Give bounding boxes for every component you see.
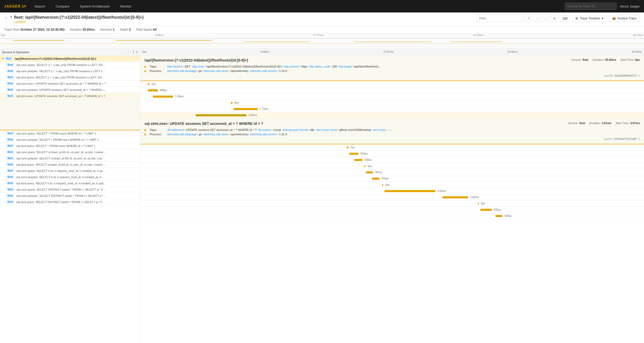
span-op-s2: sql.conn.query: SELECT s.*, u.api_only F… (16, 63, 107, 66)
span-bar-s16[interactable]: 1.82ms (140, 194, 644, 200)
trace-controls: ? ↑ ↓ ✕ ⌨ ⊞ Trace Timeline ▾ 📦 Archive T… (476, 15, 640, 22)
span-op-s19: sql.stmt.query: SELECT DISTINCT packs.* … (16, 200, 107, 204)
process-label-2: Process: (150, 133, 165, 136)
span-bar-s11[interactable]: 2µs (140, 163, 644, 169)
expand-icon-group[interactable]: ▾ (2, 57, 4, 60)
service-operation-header: Service & Operation (2, 51, 125, 54)
span-detail-2-meta: Service: fleet Duration: 3.61ms Start Ti… (568, 122, 640, 125)
tag-scope-name: otel.scope.name=github.com/XSAM/otelsql (316, 128, 371, 131)
archive-trace-button[interactable]: 📦 Archive Trace (609, 15, 640, 22)
span-bar-s9[interactable]: 653µs (140, 151, 644, 157)
span-bar-s7[interactable]: 3.61ms (140, 112, 644, 118)
span-bar-s10[interactable]: 568µs (140, 157, 644, 163)
span-bar-s5[interactable]: 8µs (140, 100, 644, 106)
span-row-s4[interactable]: fleet sql.stmt.query: SELECT s.*, u.api_… (0, 74, 140, 80)
span-bar-s15[interactable]: 3.63ms (140, 188, 644, 194)
tags-kv-2: db.statement=UPDATE sessions SET accesse… (167, 128, 393, 131)
span-op-s9: sql.conn.prepare: SELECT * FROM users WH… (16, 138, 99, 141)
span-row-s7[interactable]: fleet sql.stmt.exec: UPDATE sessions SET… (0, 93, 140, 99)
span-row-s17[interactable]: fleet sql.conn.query: SELECT DISTINCT pa… (0, 186, 140, 193)
span-detail-2-tags: ▶ Tags: db.statement=UPDATE sessions SET… (144, 128, 640, 136)
dur-s19: 504µs (504, 214, 512, 217)
span-row-s9[interactable]: fleet sql.conn.prepare: SELECT * FROM us… (0, 137, 140, 143)
bar-s15 (384, 190, 435, 192)
span-row-s5[interactable]: fleet sql.conn.exec: UPDATE sessions SET… (0, 80, 140, 87)
keyboard-shortcuts-button[interactable]: ⌨ (560, 15, 570, 22)
tags-expand-icon-2[interactable]: ▶ (144, 128, 147, 132)
span-row-s15[interactable]: fleet sql.conn.prepare: SELECT h.id, h.o… (0, 174, 140, 180)
expand-all-arrow[interactable]: ⇓ (136, 50, 138, 54)
proc-ver-1: telemetry.sdk.version=1.31.0 (250, 69, 287, 72)
span-row-s19[interactable]: fleet sql.stmt.query: SELECT DISTINCT pa… (0, 199, 140, 205)
span-detail-1-header: /api/{fleetversion:(?:v1|2022-04|latest)… (144, 58, 640, 62)
copy-span-id-2[interactable]: ⧉ (638, 138, 640, 141)
span-row-s3[interactable]: fleet sql.conn.prepare: SELECT s.*, u.ap… (0, 68, 140, 74)
span-bar-s8[interactable]: 3µs (140, 144, 644, 151)
span-bar-s13[interactable]: 543µs (140, 176, 644, 182)
dur-s18: 832µs (494, 208, 501, 211)
span-bar-s2[interactable]: 2µs (140, 81, 644, 87)
process-expand-icon-2[interactable]: ▶ (144, 133, 147, 136)
prev-result-button[interactable]: ↑ (534, 15, 540, 22)
collapse-all-arrow[interactable]: ⇑ (132, 50, 135, 54)
trace-minimap[interactable]: 0µs 8.98ms 17.97ms 26.95ms 35.93ms (0, 33, 644, 49)
span-row-s11[interactable]: fleet sql.conn.query: SELECT ut.team_id … (0, 149, 140, 155)
span-op-s16: sql.stmt.query: SELECT h.id, h.osquery_h… (16, 182, 107, 185)
trace-depth: Depth 2 (120, 28, 131, 31)
span-row-s6[interactable]: fleet sql.conn.prepare: UPDATE sessions … (0, 87, 140, 93)
span-row-s14[interactable]: fleet sql.conn.query: SELECT h.id, h.osq… (0, 168, 140, 174)
span-row-s10[interactable]: fleet sql.stmt.query: SELECT * FROM user… (0, 143, 140, 149)
span-bar-s18[interactable]: 832µs (140, 207, 644, 213)
dur-s16: 1.82ms (470, 196, 479, 199)
span-row-s16[interactable]: fleet sql.stmt.query: SELECT h.id, h.osq… (0, 180, 140, 186)
span-bar-s4[interactable]: 1.38ms (140, 93, 644, 100)
nav-monitor[interactable]: Monitor (118, 3, 134, 9)
span-op-s7: sql.stmt.exec: UPDATE sessions SET acces… (16, 95, 105, 98)
collapse-toggle[interactable]: ▾ (10, 15, 12, 19)
dur-s7: 3.61ms (249, 114, 257, 117)
span-row-s2[interactable]: fleet sql.conn.query: SELECT s.*, u.api_… (0, 62, 140, 68)
dur-s12: 487µs (375, 171, 382, 174)
process-row-2: ▶ Process: telemetry.sdk.language=go tel… (144, 133, 640, 136)
dur-s13: 543µs (382, 177, 389, 180)
span-bar-s12[interactable]: 487µs (140, 169, 644, 176)
trace-duration: Duration 35.93ms (70, 28, 95, 31)
span-bar-s19[interactable]: 504µs (140, 213, 644, 219)
trace-timeline-button[interactable]: ⊞ Trace Timeline ▾ (572, 15, 606, 22)
timeline-tick-1: 8.98ms (261, 50, 269, 53)
span-group-fleet[interactable]: ▾ fleet /api/{fleetversion:(?:v1|2022-04… (0, 56, 140, 62)
span-detail-1-service: Service: fleet (572, 58, 588, 61)
span-op-s15: sql.conn.prepare: SELECT h.id, h.osquery… (16, 176, 107, 179)
trace-lookup-input[interactable] (565, 3, 617, 10)
timeline-tick-4: 35.93ms (632, 50, 642, 53)
span-row-s8[interactable]: fleet sql.conn.query: SELECT * FROM user… (0, 130, 140, 137)
trace-timeline-chevron-icon: ▾ (602, 17, 603, 20)
span-bar-s14[interactable]: 3µs (140, 182, 644, 188)
expand-down-arrow[interactable]: ↓ (130, 50, 131, 54)
find-input[interactable] (476, 15, 523, 22)
nav-search[interactable]: Search (32, 3, 47, 9)
nav-system-architecture[interactable]: System Architecture (78, 3, 112, 9)
span-row-s12[interactable]: fleet sql.conn.prepare: SELECT ut.team_i… (0, 155, 140, 162)
tag-statement: db.statement=UPDATE sessions SET accesse… (167, 128, 257, 131)
proc-lang-2: telemetry.sdk.language=go (167, 133, 202, 136)
span-row-s13[interactable]: fleet sql.stmt.query: SELECT ut.team_id … (0, 162, 140, 168)
help-button[interactable]: ? (525, 15, 532, 22)
span-bar-s3[interactable]: 698µs (140, 87, 644, 93)
close-find-button[interactable]: ✕ (551, 15, 558, 22)
timeline-tick-3: 26.95ms (508, 50, 518, 53)
nav-compare[interactable]: Compare (54, 3, 71, 9)
collapse-up-arrow[interactable]: ↑ (127, 50, 129, 54)
span-bar-s6[interactable]: 1.72ms (140, 106, 644, 112)
tags-expand-icon-1[interactable]: ▶ (144, 65, 147, 68)
about-jaeger-button[interactable]: About Jaeger (620, 4, 640, 8)
back-button[interactable]: ← (4, 16, 8, 20)
span-service-s17: fleet (6, 188, 14, 191)
next-result-button[interactable]: ↓ (542, 15, 549, 22)
span-row-s18[interactable]: fleet sql.conn.prepare: SELECT DISTINCT … (0, 193, 140, 199)
copy-span-id-1[interactable]: ⧉ (638, 74, 640, 77)
process-expand-icon-1[interactable]: ▶ (144, 69, 147, 73)
span-bar-s17[interactable]: 3µs (140, 200, 644, 207)
tick-2: 17.97ms (314, 34, 323, 37)
span-op-s5: sql.conn.exec: UPDATE sessions SET acces… (16, 82, 106, 85)
